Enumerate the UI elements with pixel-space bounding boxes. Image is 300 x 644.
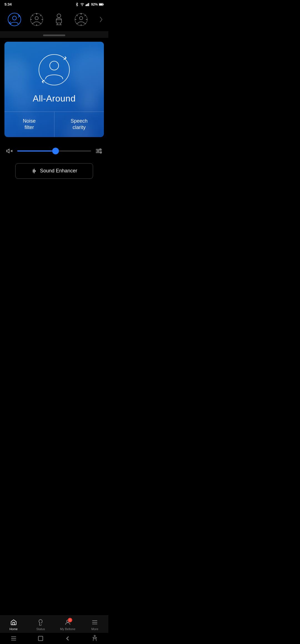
svg-point-44 [100,149,101,150]
status-bar: 5:34 92% [0,0,108,8]
card-bottom: Noisefilter Speechclarity [4,112,104,137]
svg-rect-2 [86,4,87,6]
svg-point-55 [34,170,35,171]
wifi-icon [80,3,84,6]
mute-icon-svg [6,148,13,154]
svg-line-15 [32,15,33,16]
eq-icon-svg [95,148,102,154]
svg-line-18 [32,23,33,24]
svg-rect-3 [88,3,88,6]
speech-clarity-button[interactable]: Speechclarity [54,112,104,137]
volume-slider[interactable] [17,148,91,154]
sound-enhancer-icon [31,168,37,174]
profile-4-icon [74,13,88,26]
handle-bar [43,34,65,36]
svg-rect-7 [99,3,102,5]
volume-fill [17,150,56,152]
svg-point-35 [79,16,83,20]
svg-line-33 [85,15,86,16]
main-card: All-Around Noisefilter Speechclarity [4,42,104,137]
profile-allaround-icon [7,12,22,27]
noise-filter-button[interactable]: Noisefilter [4,112,54,137]
svg-line-16 [40,23,41,24]
profile-item-2[interactable] [26,10,48,29]
svg-point-50 [100,152,101,153]
svg-rect-6 [103,4,104,5]
svg-point-54 [33,170,34,171]
svg-line-34 [77,23,78,24]
svg-rect-1 [86,4,86,6]
speech-clarity-label: Speechclarity [71,118,88,130]
svg-point-38 [50,61,59,70]
equalizer-icon[interactable] [94,147,103,155]
svg-point-19 [35,16,38,20]
profile-row [0,8,108,31]
svg-point-21 [57,14,61,18]
sound-enhancer-wrap: Sound Enhancer [0,161,108,185]
svg-marker-39 [7,149,9,153]
svg-line-17 [40,15,41,16]
battery-percent: 92% [91,3,98,6]
svg-point-56 [35,170,36,171]
svg-point-0 [82,6,82,6]
svg-point-9 [12,16,16,20]
battery-icon [99,3,104,6]
svg-point-8 [8,13,21,26]
volume-mute-icon[interactable] [5,147,14,155]
svg-rect-4 [88,3,89,6]
sound-enhancer-label: Sound Enhancer [40,168,77,174]
profile-speech-icon [52,13,66,26]
status-icons: 92% [75,3,104,6]
volume-row [0,141,108,161]
device-handle [0,32,108,38]
svg-rect-22 [56,20,61,23]
bluetooth-icon [75,3,79,6]
time: 5:34 [4,2,12,6]
chevron-right-icon [99,16,103,23]
card-top: All-Around [4,42,104,112]
all-around-main-icon [36,52,72,88]
svg-line-32 [85,23,86,24]
sound-enhancer-button[interactable]: Sound Enhancer [15,163,93,179]
svg-line-31 [77,15,78,16]
signal-icon [86,3,90,6]
svg-point-47 [98,150,99,152]
card-title: All-Around [33,93,76,104]
profile-item-4[interactable] [70,10,92,29]
noise-filter-label: Noisefilter [23,118,36,130]
profile-chevron-right[interactable] [97,16,105,23]
profile-item-all-around[interactable] [3,10,26,29]
profile-item-speech[interactable] [48,10,70,29]
volume-thumb[interactable] [52,148,59,154]
profile-2-icon [30,13,44,26]
